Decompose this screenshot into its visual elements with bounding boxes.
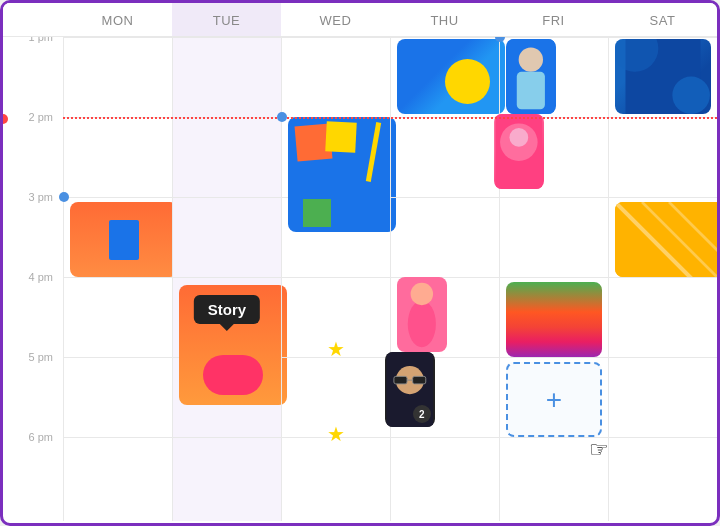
header-day-sat: SAT	[608, 3, 717, 36]
add-icon: +	[546, 386, 562, 414]
day-column-thu: 2	[390, 37, 499, 521]
blue-dot-wed	[277, 112, 287, 122]
add-event-fri[interactable]: +	[506, 362, 602, 437]
event-fri-pink[interactable]	[494, 114, 544, 189]
svg-point-0	[408, 300, 436, 347]
svg-rect-16	[615, 202, 717, 277]
time-1pm: 1 pm	[3, 37, 63, 117]
header-spacer	[3, 3, 63, 36]
calendar-container: MON TUE WED THU FRI SAT 1 pm 2 pm 3 pm 4…	[0, 0, 720, 526]
event-thu-flamingo[interactable]	[397, 277, 447, 352]
event-thu-fruit[interactable]	[397, 39, 505, 114]
blue-dot-fri	[495, 37, 505, 42]
time-2pm: 2 pm	[3, 117, 63, 197]
event-wed-sticky[interactable]	[288, 117, 396, 232]
event-thu-woman[interactable]: 2	[385, 352, 435, 427]
header-day-fri: FRI	[499, 3, 608, 36]
time-5pm: 5 pm	[3, 357, 63, 437]
day-column-tue: Story	[172, 37, 281, 521]
svg-rect-9	[517, 72, 545, 110]
header-day-mon: MON	[63, 3, 172, 36]
event-sat-yellow[interactable]	[615, 202, 717, 277]
svg-rect-4	[394, 376, 407, 384]
event-badge: 2	[413, 405, 431, 423]
day-column-mon	[63, 37, 172, 521]
svg-point-8	[519, 47, 543, 71]
header-day-thu: THU	[390, 3, 499, 36]
star-wed-4pm: ★	[327, 337, 345, 361]
event-fri-stripes[interactable]	[506, 282, 602, 357]
event-sat-blue[interactable]	[615, 39, 711, 114]
svg-point-1	[411, 283, 434, 306]
day-column-sat	[608, 37, 717, 521]
blue-dot-mon	[59, 192, 69, 202]
time-4pm: 4 pm	[3, 277, 63, 357]
header-day-tue: TUE	[172, 3, 281, 36]
time-column: 1 pm 2 pm 3 pm 4 pm 5 pm 6 pm	[3, 37, 63, 521]
time-6pm: 6 pm	[3, 437, 63, 517]
header-day-wed: WED	[281, 3, 390, 36]
calendar-header: MON TUE WED THU FRI SAT	[3, 3, 717, 37]
cursor-icon: ☞	[589, 437, 609, 463]
time-3pm: 3 pm	[3, 197, 63, 277]
svg-rect-5	[413, 376, 426, 384]
event-mon-book[interactable]	[70, 202, 178, 277]
star-wed-5pm: ★	[327, 422, 345, 446]
svg-point-15	[672, 77, 710, 115]
day-column-wed: ★ ★	[281, 37, 390, 521]
calendar-body: 1 pm 2 pm 3 pm 4 pm 5 pm 6 pm	[3, 37, 717, 521]
story-tooltip: Story	[194, 295, 260, 324]
svg-point-12	[509, 128, 528, 147]
event-fri-woman[interactable]	[506, 39, 556, 114]
